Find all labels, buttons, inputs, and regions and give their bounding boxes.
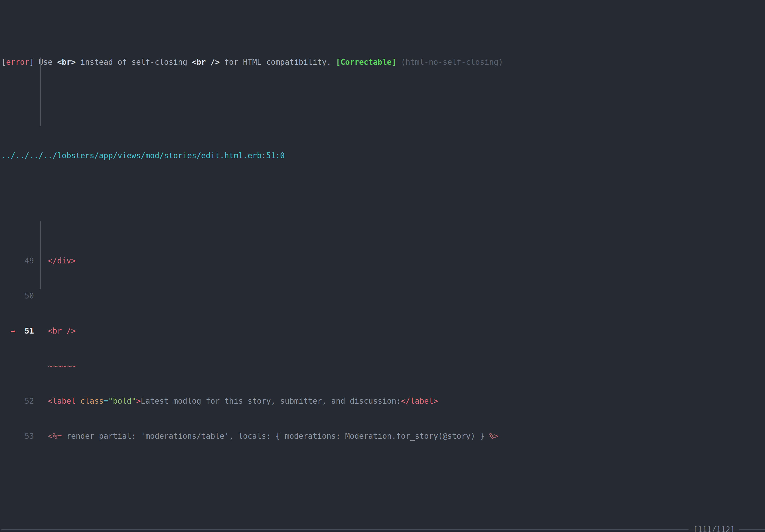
code-line-51: → 51 <br /> [1, 325, 765, 337]
code-text: </div> [48, 256, 76, 265]
offense-message: Use [34, 58, 57, 67]
code-line-53: 53 <%= render partial: 'moderations/tabl… [1, 430, 765, 442]
severity-label-error: error [6, 58, 29, 67]
code-text: <br /> [48, 326, 76, 335]
gutter-rule [40, 221, 41, 289]
severity-bracket: [ [1, 58, 6, 67]
divider-line [1, 529, 689, 530]
divider-line [739, 529, 765, 530]
correctable-badge: [Correctable] [336, 58, 396, 67]
line-number: 52 [1, 396, 48, 405]
offense-arrow-icon: → [1, 326, 15, 335]
offense-message: for HTML compatibility. [220, 58, 336, 67]
error-squiggle-line: ~~~~~~ [1, 360, 765, 372]
file-path: ../../../../lobsters/app/views/mod/stori… [1, 151, 262, 160]
terminal-output: [error] Use <br> instead of self-closing… [0, 0, 765, 532]
bottom-divider [0, 531, 765, 531]
gutter-rule [40, 58, 41, 126]
line-number: 50 [1, 291, 48, 300]
active-line-number: 51 [15, 326, 48, 335]
blank-line [1, 103, 765, 115]
rule-id: (html-no-self-closing) [401, 58, 503, 67]
file-location: 51:0 [266, 151, 285, 160]
code-line-52: 52 <label class="bold">Latest modlog for… [1, 395, 765, 407]
code-line-49: 49 </div> [1, 255, 765, 267]
code-snippet: <br> [57, 58, 76, 67]
code-line-50: 50 [1, 290, 765, 302]
code-snippet: <br /> [192, 58, 220, 67]
error-squiggle: ~~~~~~ [48, 361, 76, 370]
file-path-line: ../../../../lobsters/app/views/mod/stori… [1, 150, 765, 162]
blank-line [1, 477, 765, 489]
offense-message: instead of self-closing [76, 58, 192, 67]
line-number: 53 [1, 431, 48, 441]
error-offense-header: [error] Use <br> instead of self-closing… [1, 56, 765, 68]
line-number: 49 [1, 256, 48, 265]
severity-bracket: ] [29, 58, 34, 67]
blank-line [1, 197, 765, 208]
